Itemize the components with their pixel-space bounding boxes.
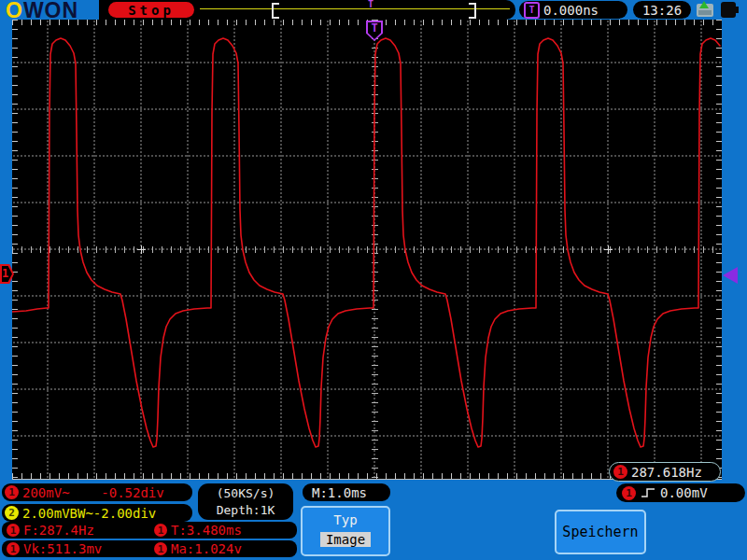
ch1-badge-icon: 1	[613, 465, 627, 479]
meas-ch-badge: 1	[7, 524, 20, 537]
memory-window-right-bracket	[469, 3, 476, 19]
run-state-badge: Stop	[108, 2, 194, 18]
oscilloscope-screen: OWON Stop T T 0.000ns 13:26 T 1 287.618H…	[0, 0, 747, 560]
measurement-max-value: Ma:1.024v	[171, 541, 242, 556]
trigger-level-pill: 1 0.00mV	[616, 483, 745, 502]
memory-position-line	[200, 8, 510, 9]
waveform-trace	[12, 20, 722, 480]
timebase-pill: M:1.0ms	[303, 483, 390, 501]
memory-depth: Depth:1K	[217, 502, 275, 519]
measurement-frequency-value: F:287.4Hz	[23, 523, 94, 538]
rising-edge-icon	[641, 486, 655, 499]
trigger-level-arrow-icon	[723, 267, 738, 284]
measurement-vpp: 1 Vk:511.3mv	[2, 541, 149, 556]
ch2-number-badge: 2	[5, 506, 19, 520]
measurement-row-1: 1 F:287.4Hz 1 T:3.480ms	[2, 522, 297, 539]
trigger-offset-readout: T 0.000ns	[519, 1, 627, 19]
type-menu-label: Typ	[333, 512, 357, 527]
sample-rate: (50KS/s)	[217, 485, 275, 502]
trigger-source-badge: 1	[622, 486, 636, 500]
measurement-frequency: 1 F:287.4Hz	[2, 523, 149, 538]
ch1-number-badge: 1	[5, 485, 19, 499]
memory-trigger-marker: T	[368, 0, 374, 9]
ch1-scale-offset: 200mV~ -0.52div	[22, 485, 164, 500]
trigger-level-value: 0.00mV	[660, 485, 708, 500]
sample-info-pill: (50KS/s) Depth:1K	[198, 483, 293, 520]
ch2-status-pill: 2 2.00mVBW~-2.00div	[2, 504, 192, 522]
meas-ch-badge: 1	[154, 542, 167, 555]
ch2-scale-offset: 2.00mVBW~-2.00div	[22, 506, 156, 521]
frequency-counter-badge: 1 287.618Hz	[609, 462, 721, 482]
save-button[interactable]: Speichern	[555, 510, 646, 554]
measurement-row-2: 1 Vk:511.3mv 1 Ma:1.024v	[2, 540, 297, 557]
measurement-period: 1 T:3.480ms	[149, 523, 297, 538]
type-menu-selected-value[interactable]: Image	[320, 532, 371, 547]
top-status-strip: Stop T	[99, 0, 515, 20]
battery-icon	[721, 2, 736, 18]
ch1-status-pill: 1 200mV~ -0.52div	[2, 483, 192, 501]
measurement-max: 1 Ma:1.024v	[149, 541, 297, 556]
meas-ch-badge: 1	[7, 542, 20, 555]
trigger-position-badge-letter: T	[366, 21, 383, 35]
measurement-period-value: T:3.480ms	[171, 523, 242, 538]
meas-ch-badge: 1	[154, 524, 167, 537]
frequency-counter-value: 287.618Hz	[631, 465, 702, 480]
measurement-vpp-value: Vk:511.3mv	[23, 541, 102, 556]
type-menu-button[interactable]: Typ Image	[301, 506, 390, 556]
ch1-position-marker-label: 1	[0, 267, 10, 280]
trigger-t-icon: T	[524, 2, 540, 19]
clock-readout: 13:26	[633, 1, 691, 19]
usb-storage-icon	[697, 4, 713, 17]
trigger-offset-value: 0.000ns	[543, 3, 599, 18]
memory-window-left-bracket	[272, 3, 279, 19]
